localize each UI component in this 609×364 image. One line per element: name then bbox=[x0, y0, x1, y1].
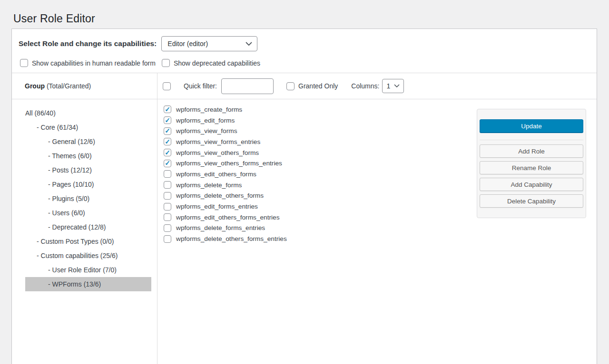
tree-item[interactable]: - Users (6/0) bbox=[25, 206, 151, 220]
capability-label: wpforms_edit_forms_entries bbox=[176, 203, 258, 210]
granted-only-label: Granted Only bbox=[298, 82, 338, 90]
capability-checkbox[interactable] bbox=[164, 138, 171, 145]
user-role-editor-panel: Select Role and change its capabilities:… bbox=[11, 29, 597, 364]
capability-label: wpforms_delete_others_forms_entries bbox=[176, 235, 287, 242]
select-all-checkbox[interactable] bbox=[163, 82, 171, 90]
group-header-suffix: (Total/Granted) bbox=[45, 82, 91, 90]
group-header-bold: Group bbox=[25, 82, 45, 90]
capability-checkbox[interactable] bbox=[164, 181, 171, 189]
capability-label: wpforms_view_forms bbox=[176, 127, 237, 134]
display-options-row: Show capabilities in human readable form… bbox=[12, 59, 597, 67]
group-column-header: Group (Total/Granted) bbox=[12, 73, 157, 99]
quick-filter-label: Quick filter: bbox=[184, 82, 217, 90]
tree-item[interactable]: - Custom capabilities (25/6) bbox=[25, 249, 151, 263]
capability-checkbox[interactable] bbox=[164, 160, 171, 167]
content-row: All (86/40)- Core (61/34)- General (12/6… bbox=[12, 99, 597, 364]
section-header-row: Group (Total/Granted) Quick filter: Gran… bbox=[12, 73, 597, 99]
human-readable-label: Show capabilities in human readable form bbox=[32, 59, 156, 67]
capability-label: wpforms_view_forms_entries bbox=[176, 138, 260, 145]
capabilities-column: wpforms_create_formswpforms_edit_formswp… bbox=[157, 99, 597, 364]
role-select-value: Editor (editor) bbox=[167, 40, 208, 48]
tree-item[interactable]: - User Role Editor (7/0) bbox=[25, 263, 151, 277]
role-select[interactable]: Editor (editor) bbox=[161, 36, 257, 51]
page-title: User Role Editor bbox=[13, 12, 95, 25]
capability-checkbox[interactable] bbox=[164, 149, 171, 156]
chevron-down-icon bbox=[394, 84, 400, 88]
actions-separator bbox=[480, 140, 583, 140]
tree-item[interactable]: - Pages (10/10) bbox=[25, 177, 151, 192]
capability-checkbox[interactable] bbox=[164, 213, 171, 221]
granted-only-checkbox[interactable] bbox=[286, 82, 295, 90]
tree-item[interactable]: - Custom Post Types (0/0) bbox=[25, 234, 151, 249]
add-role-button[interactable]: Add Role bbox=[480, 144, 583, 158]
capability-label: wpforms_edit_forms bbox=[176, 117, 235, 124]
delete-capability-button[interactable]: Delete Capability bbox=[480, 194, 583, 208]
tree-item[interactable]: - Themes (6/0) bbox=[25, 149, 151, 163]
capability-row: wpforms_delete_others_forms_entries bbox=[164, 233, 597, 244]
capability-label: wpforms_delete_others_forms bbox=[176, 192, 264, 199]
tree-item[interactable]: - Posts (12/12) bbox=[25, 163, 151, 177]
rename-role-button[interactable]: Rename Role bbox=[480, 161, 583, 174]
capability-label: wpforms_edit_others_forms bbox=[176, 171, 256, 178]
show-deprecated-checkbox[interactable] bbox=[162, 59, 170, 67]
role-selector-row: Select Role and change its capabilities:… bbox=[12, 36, 597, 51]
capability-checkbox[interactable] bbox=[164, 105, 171, 113]
quick-filter-input[interactable] bbox=[221, 78, 274, 94]
filter-bar: Quick filter: Granted Only Columns: 1 bbox=[157, 73, 597, 99]
capability-label: wpforms_edit_others_forms_entries bbox=[176, 214, 280, 221]
capability-label: wpforms_view_others_forms_entries bbox=[176, 160, 282, 167]
capability-label: wpforms_delete_forms_entries bbox=[176, 224, 265, 231]
columns-select-value: 1 bbox=[386, 82, 390, 90]
capability-checkbox[interactable] bbox=[164, 224, 171, 232]
capability-checkbox[interactable] bbox=[164, 116, 171, 124]
tree-item[interactable]: - Deprecated (12/8) bbox=[25, 220, 151, 234]
actions-panel: Update Add Role Rename Role Add Capabili… bbox=[477, 109, 586, 218]
capability-row: wpforms_delete_forms_entries bbox=[164, 223, 597, 234]
role-selector-label: Select Role and change its capabilities: bbox=[19, 39, 157, 48]
tree-item[interactable]: - WPForms (13/6) bbox=[25, 277, 151, 291]
add-capability-button[interactable]: Add Capability bbox=[480, 178, 583, 191]
show-deprecated-label: Show deprecated capabilities bbox=[174, 59, 260, 67]
tree-item[interactable]: - Core (61/34) bbox=[25, 120, 151, 134]
group-tree: All (86/40)- Core (61/34)- General (12/6… bbox=[12, 99, 157, 364]
chevron-down-icon bbox=[246, 42, 252, 46]
capability-label: wpforms_create_forms bbox=[176, 106, 242, 113]
capability-checkbox[interactable] bbox=[164, 203, 171, 211]
tree-item[interactable]: - Plugins (5/0) bbox=[25, 192, 151, 206]
columns-select[interactable]: 1 bbox=[382, 79, 404, 93]
capability-checkbox[interactable] bbox=[164, 192, 171, 200]
capability-label: wpforms_delete_forms bbox=[176, 182, 242, 189]
capability-checkbox[interactable] bbox=[164, 235, 171, 243]
columns-label: Columns: bbox=[351, 82, 379, 90]
tree-item[interactable]: - General (12/6) bbox=[25, 134, 151, 149]
capability-label: wpforms_view_others_forms bbox=[176, 149, 259, 156]
capability-checkbox[interactable] bbox=[164, 127, 171, 135]
update-button[interactable]: Update bbox=[480, 119, 583, 133]
capability-checkbox[interactable] bbox=[164, 170, 171, 178]
human-readable-checkbox[interactable] bbox=[20, 59, 28, 67]
tree-item[interactable]: All (86/40) bbox=[25, 106, 151, 120]
